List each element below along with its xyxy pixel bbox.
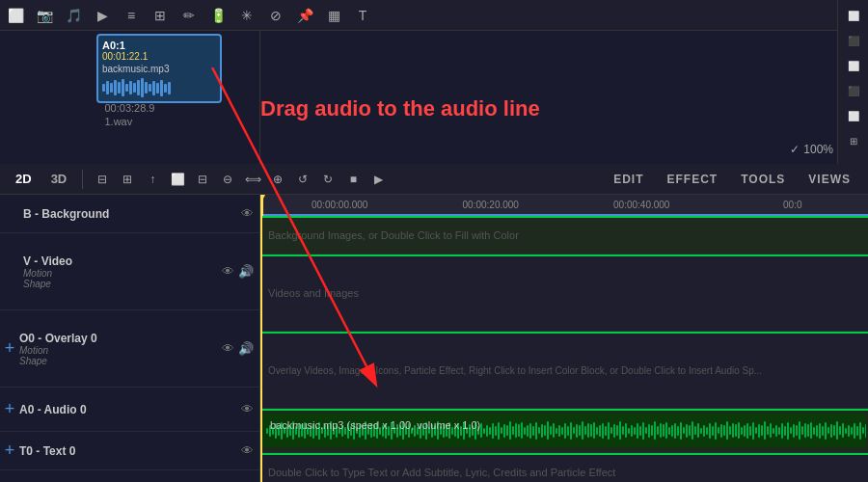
rt-icon-2[interactable]: ⬛	[842, 29, 865, 52]
pin-icon[interactable]: 📌	[293, 4, 316, 27]
mode-2d[interactable]: 2D	[8, 170, 40, 188]
top-toolbar: ⬜ 📷 🎵 ▶ ≡ ⊞ ✏ 🔋 ✳ ⊘ 📌 ▦ T ⬇	[0, 0, 868, 31]
second-toolbar: 2D 3D ⊟ ⊞ ↑ ⬜ ⊟ ⊖ ⟺ ⊕ ↺ ↻ ■ ▶ EDIT EFFEC…	[0, 164, 868, 195]
text-hint: Double Click to Type Text or Add Subtitl…	[268, 467, 615, 478]
rt-icon-4[interactable]: ⬛	[842, 79, 865, 102]
track-text-name: T0 - Text 0	[19, 444, 241, 458]
pen-icon[interactable]: ✏	[177, 4, 201, 27]
effect-button[interactable]: EFFECT	[658, 171, 728, 188]
audio-add-btn[interactable]: +	[0, 388, 19, 431]
checkmark-icon: ✓	[790, 143, 800, 156]
asterisk-icon[interactable]: ✳	[235, 4, 258, 27]
camera-icon[interactable]: 📷	[33, 4, 56, 27]
audio-top-line	[260, 409, 868, 411]
rt-icon-1[interactable]: ⬜	[842, 4, 865, 27]
overlay-add-btn[interactable]: +	[0, 310, 19, 387]
svg-line-1	[212, 67, 366, 366]
text-add-btn[interactable]: +	[0, 432, 19, 469]
text-eye-icon[interactable]: 👁	[241, 443, 254, 458]
chart-icon[interactable]: ▦	[322, 4, 345, 27]
grid-icon[interactable]: ⊞	[149, 4, 172, 27]
clip-title: A0:1	[102, 40, 216, 51]
track-audio-icons: 👁	[241, 402, 259, 416]
content-audio: backmusic.mp3 (speed x 1.00, volume x 1.…	[260, 409, 868, 453]
track-row-text: + T0 - Text 0 👁	[0, 432, 259, 470]
list-icon[interactable]: ≡	[120, 4, 143, 27]
rt-icon-6[interactable]: ⊞	[842, 129, 865, 152]
drag-arrow	[159, 67, 410, 395]
track-audio-name: A0 - Audio 0	[19, 403, 241, 416]
track-text-icons: 👁	[241, 443, 259, 458]
views-button[interactable]: VIEWS	[799, 171, 860, 188]
grid2-icon[interactable]: ⊞	[116, 168, 139, 191]
audio-waveform: backmusic.mp3 (speed x 1.00, volume x 1.…	[262, 414, 866, 447]
rt-icon-5[interactable]: ⬜	[842, 104, 865, 127]
edit-button[interactable]: EDIT	[604, 171, 653, 188]
play-icon[interactable]: ▶	[91, 4, 114, 27]
toolbar-divider-1	[82, 170, 83, 189]
right-toolbar: ⬜ ⬛ ⬜ ⬛ ⬜ ⊞	[837, 0, 868, 164]
clip-time: 00:01:22.1	[102, 51, 216, 62]
align-icon[interactable]: ⊟	[91, 168, 114, 191]
file-name: 1.wav	[105, 116, 133, 127]
text-top-line	[260, 453, 868, 455]
audio-eye-icon[interactable]: 👁	[241, 402, 254, 416]
mode-3d[interactable]: 3D	[43, 170, 75, 188]
zoom-percent[interactable]: 100%	[803, 143, 833, 156]
zoom-area: ✓ 100%	[790, 143, 833, 156]
file-duration: 00:03:28.9	[105, 102, 155, 114]
music-icon[interactable]: 🎵	[62, 4, 85, 27]
ruler-mark-1: 00:00:20.000	[416, 200, 567, 210]
battery-icon[interactable]: 🔋	[206, 4, 230, 27]
ruler-mark-3: 00:0	[718, 200, 869, 210]
text-icon[interactable]: T	[351, 4, 374, 27]
audio-track-label: backmusic.mp3 (speed x 1.00, volume x 1.…	[270, 419, 480, 431]
tools-button[interactable]: TOOLS	[731, 171, 795, 188]
ruler-mark-2: 00:00:40.000	[566, 200, 718, 210]
content-text: Double Click to Type Text or Add Subtitl…	[260, 453, 868, 482]
rt-icon-3[interactable]: ⬜	[842, 54, 865, 77]
circle-icon[interactable]: ⊘	[264, 4, 287, 27]
window-icon[interactable]: ⬜	[4, 4, 27, 27]
